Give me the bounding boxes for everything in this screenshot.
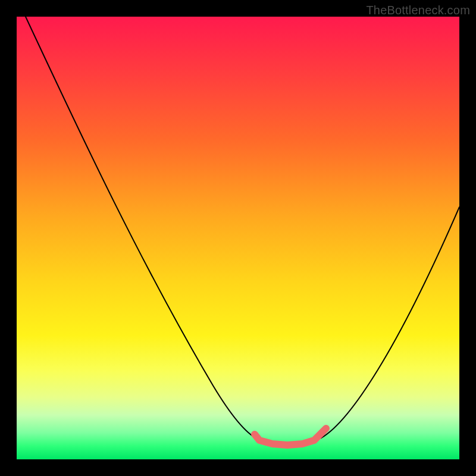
curve-left-branch [26,17,258,439]
plateau-marker [255,428,326,445]
curve-layer [17,17,459,459]
watermark-text: TheBottleneck.com [366,4,470,17]
curve-plateau [258,438,321,443]
chart-frame: TheBottleneck.com [0,0,476,476]
curve-right-branch [321,207,459,438]
plot-area [17,17,459,459]
